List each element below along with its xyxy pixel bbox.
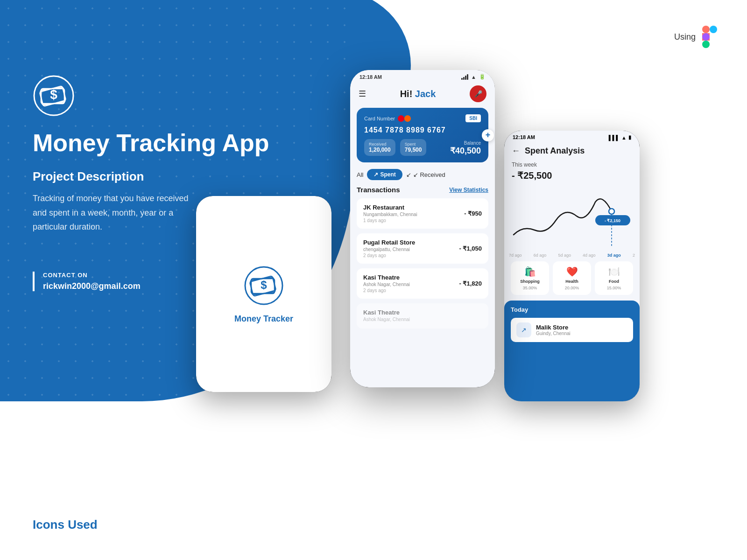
wifi-icon: ▲ xyxy=(621,135,627,140)
txn-date: 2 days ago xyxy=(363,288,410,293)
svg-text:$: $ xyxy=(261,279,267,291)
analysis-week-amount: - ₹25,500 xyxy=(504,170,640,186)
svg-point-16 xyxy=(609,209,614,214)
today-item[interactable]: ↗ Malik Store Guindy, Chennai xyxy=(511,318,633,342)
mastercard-icon xyxy=(398,115,404,122)
xaxis-4d: 4d ago xyxy=(583,253,596,258)
spent-label: Spent xyxy=(405,142,422,147)
splash-app-name: Money Tracker xyxy=(234,314,293,324)
balance-label: Balance xyxy=(450,140,481,146)
today-item-name: Malik Store xyxy=(536,324,571,331)
txn-details: JK Restaurant Nungambakkam, Chennai 1 da… xyxy=(363,204,417,223)
txn-name: JK Restaurant xyxy=(363,204,417,211)
xaxis-2d: 2 xyxy=(633,253,635,258)
filter-tabs: All ↗ Spent ↙ ↙ Received xyxy=(350,169,495,186)
splash-logo-icon: $ xyxy=(243,265,285,307)
txn-name: Kasi Theatre xyxy=(363,309,410,316)
transaction-item[interactable]: Kasi Theatre Ashok Nagar, Chennai xyxy=(357,303,488,329)
xaxis-7d: 7d ago xyxy=(509,253,522,258)
phone-analysis: 12:18 AM ▌▌▌ ▲ ▮ ← Spent Analysis This w… xyxy=(504,131,640,401)
signal-icon: ▌▌▌ xyxy=(609,135,620,140)
avatar-mic-button[interactable]: 🎤 xyxy=(470,85,486,102)
phone-analysis-screen: 12:18 AM ▌▌▌ ▲ ▮ ← Spent Analysis This w… xyxy=(504,131,640,401)
transaction-item[interactable]: Pugal Retail Store chengalpattu, Chennai… xyxy=(357,233,488,264)
svg-point-3 xyxy=(702,33,710,41)
shopping-pct: 35.00% xyxy=(523,286,537,290)
tab-all[interactable]: All xyxy=(357,171,363,178)
shopping-category[interactable]: 🛍️ Shopping 35.00% xyxy=(511,261,549,295)
phone-main-screen: 12:18 AM ▲ 🔋 ☰ Hi! Jack 🎤 xyxy=(350,70,495,387)
received-box: Received 1,20,000 xyxy=(364,139,395,156)
today-section: Today ↗ Malik Store Guindy, Chennai xyxy=(504,301,640,401)
health-category[interactable]: ❤️ Health 20.00% xyxy=(553,261,591,295)
sbi-badge: SBI xyxy=(465,114,481,122)
food-label: Food xyxy=(609,279,619,284)
phone-main: 12:18 AM ▲ 🔋 ☰ Hi! Jack 🎤 xyxy=(350,70,495,387)
chart-xaxis: 7d ago 6d ago 5d ago 4d ago 3d ago 2 xyxy=(504,251,640,261)
health-icon: ❤️ xyxy=(566,266,578,277)
sbi-label: SBI xyxy=(469,116,477,121)
txn-details: Kasi Theatre Ashok Nagar, Chennai xyxy=(363,309,410,323)
tab-received-label: ↙ Received xyxy=(413,171,445,178)
food-icon: 🍽️ xyxy=(608,266,620,277)
username: Jack xyxy=(415,89,436,99)
spent-arrow-icon: ↗ xyxy=(374,171,378,178)
view-statistics-link[interactable]: View Statistics xyxy=(449,187,488,193)
txn-location: Ashok Nagar, Chennai xyxy=(363,282,410,287)
txn-amount: - ₹950 xyxy=(464,210,482,217)
add-card-button[interactable]: + xyxy=(482,129,494,141)
chart-svg: - ₹2,150 xyxy=(509,186,635,251)
received-spent-row: Received 1,20,000 Spent 79,500 xyxy=(364,139,426,156)
food-category[interactable]: 🍽️ Food 15.00% xyxy=(595,261,633,295)
battery-icon: ▮ xyxy=(628,134,631,140)
using-figma-label: Using xyxy=(674,26,719,48)
txn-details: Kasi Theatre Ashok Nagar, Chennai 2 days… xyxy=(363,274,410,293)
analysis-week-label: This week xyxy=(504,161,640,170)
icons-used-title: Icons Used xyxy=(33,518,98,532)
food-pct: 15.00% xyxy=(607,286,621,290)
analysis-time: 12:18 AM xyxy=(513,134,535,140)
txn-date: 1 days ago xyxy=(363,218,417,223)
project-desc-text: Tracking of money that you have received… xyxy=(33,191,201,234)
shopping-icon: 🛍️ xyxy=(524,266,536,277)
spent-box: Spent 79,500 xyxy=(400,139,427,156)
wifi-icon: ▲ xyxy=(471,74,476,80)
app-title: Money Tracking App xyxy=(33,130,269,156)
health-pct: 20.00% xyxy=(565,286,579,290)
transaction-item[interactable]: Kasi Theatre Ashok Nagar, Chennai 2 days… xyxy=(357,268,488,299)
tab-received[interactable]: ↙ ↙ Received xyxy=(406,171,445,178)
back-button[interactable]: ← xyxy=(512,146,520,156)
received-arrow-icon: ↙ xyxy=(406,171,411,178)
health-label: Health xyxy=(565,279,578,284)
svg-rect-1 xyxy=(710,26,717,33)
battery-icon: 🔋 xyxy=(479,74,486,80)
using-text: Using xyxy=(674,32,696,42)
figma-logo-icon xyxy=(700,26,719,48)
status-time: 12:18 AM xyxy=(359,74,382,80)
hamburger-icon[interactable]: ☰ xyxy=(359,89,366,99)
analysis-header: ← Spent Analysis xyxy=(504,142,640,161)
transaction-list: JK Restaurant Nungambakkam, Chennai 1 da… xyxy=(350,198,495,387)
txn-amount: - ₹1,820 xyxy=(459,280,482,287)
received-label: Received xyxy=(369,142,391,147)
txn-location: Ashok Nagar, Chennai xyxy=(363,317,410,322)
today-label: Today xyxy=(511,306,633,313)
received-amount: 1,20,000 xyxy=(369,147,391,153)
txn-details: Pugal Retail Store chengalpattu, Chennai… xyxy=(363,239,415,258)
mastercard-icon2 xyxy=(404,115,411,122)
xaxis-5d: 5d ago xyxy=(558,253,571,258)
tab-spent[interactable]: ↗ Spent xyxy=(367,169,402,180)
transactions-title: Transactions xyxy=(357,186,400,194)
balance-amount: ₹40,500 xyxy=(450,146,481,156)
bank-card: Card Number SBI 1454 7878 8989 6767 Rece… xyxy=(357,108,488,162)
app-logo-icon: $ xyxy=(33,75,75,117)
card-top-row: Card Number SBI xyxy=(364,114,481,122)
status-bar: 12:18 AM ▲ 🔋 xyxy=(350,70,495,82)
xaxis-3d: 3d ago xyxy=(607,253,621,258)
spent-amount: 79,500 xyxy=(405,147,422,153)
category-icons: 🛍️ Shopping 35.00% ❤️ Health 20.00% 🍽️ F… xyxy=(504,261,640,301)
txn-location: Nungambakkam, Chennai xyxy=(363,212,417,217)
analysis-status-bar: 12:18 AM ▌▌▌ ▲ ▮ xyxy=(504,131,640,142)
transaction-item[interactable]: JK Restaurant Nungambakkam, Chennai 1 da… xyxy=(357,198,488,229)
card-bottom-row: Received 1,20,000 Spent 79,500 Balance ₹… xyxy=(364,139,481,156)
